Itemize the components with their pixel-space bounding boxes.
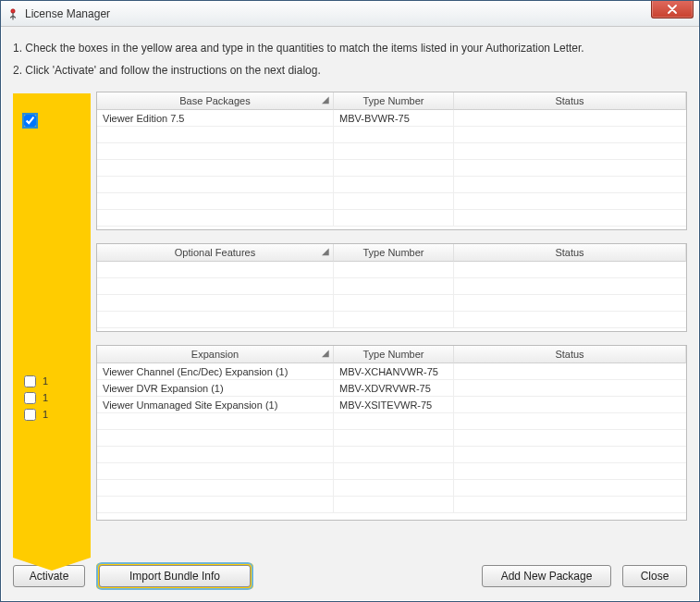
base-packages-table: Base Packages◢ Type Number Status Viewer…	[96, 92, 687, 230]
instruction-line-2: 2. Click 'Activate' and follow the instr…	[13, 64, 687, 77]
instructions: 1. Check the boxes in the yellow area an…	[13, 36, 687, 86]
sort-asc-icon: ◢	[322, 348, 329, 358]
app-icon	[6, 7, 19, 20]
expansion-row-qty: 1	[43, 392, 70, 403]
expansion-row-qty: 1	[43, 375, 70, 387]
cell-status	[454, 380, 686, 397]
cell-status	[454, 397, 686, 413]
cell-status	[454, 110, 686, 127]
cell-status	[454, 363, 686, 380]
instruction-line-1: 1. Check the boxes in the yellow area an…	[13, 42, 687, 55]
expansion-row-checkbox[interactable]	[24, 409, 36, 421]
import-bundle-info-button[interactable]: Import Bundle Info	[99, 565, 251, 587]
sort-asc-icon: ◢	[322, 246, 329, 256]
cell-name: Viewer Channel (Enc/Dec) Expansion (1)	[97, 363, 334, 380]
expansion-select-row: 1	[13, 406, 91, 423]
base-col-header-name[interactable]: Base Packages◢	[97, 92, 334, 110]
optional-col-header-type[interactable]: Type Number	[334, 244, 454, 262]
import-highlight: Import Bundle Info	[96, 563, 253, 589]
add-new-package-button[interactable]: Add New Package	[482, 565, 611, 587]
arrow-down-icon	[13, 558, 91, 571]
selection-column: 1 1 1	[13, 93, 91, 558]
base-select-row	[13, 112, 91, 129]
expansion-col-header-type[interactable]: Type Number	[334, 346, 454, 363]
svg-marker-1	[13, 558, 91, 571]
work-area: 1 1 1	[13, 92, 687, 558]
title-bar: License Manager	[1, 1, 699, 27]
expansion-row-checkbox[interactable]	[24, 375, 36, 387]
license-manager-window: License Manager 1. Check the boxes in th…	[0, 0, 700, 602]
cell-type: MBV-BVWR-75	[334, 110, 454, 127]
expansion-select-row: 1	[13, 389, 91, 406]
optional-features-table: Optional Features◢ Type Number Status	[96, 243, 687, 332]
optional-col-header-name[interactable]: Optional Features◢	[97, 244, 334, 262]
expansion-col-header-name[interactable]: Expansion◢	[97, 346, 334, 363]
expansion-row-qty: 1	[43, 409, 70, 420]
button-bar: Activate Import Bundle Info Add New Pack…	[13, 558, 687, 589]
tables-area: Base Packages◢ Type Number Status Viewer…	[96, 92, 687, 558]
cell-name: Viewer Unmanaged Site Expansion (1)	[97, 397, 334, 413]
close-button[interactable]: Close	[622, 565, 687, 587]
cell-name: Viewer Edition 7.5	[97, 110, 334, 127]
expansion-select-row: 1	[13, 373, 91, 389]
cell-type: MBV-XCHANVWR-75	[334, 363, 454, 380]
content-area: 1. Check the boxes in the yellow area an…	[1, 27, 699, 601]
base-row-checkbox[interactable]	[24, 115, 36, 127]
expansion-table: Expansion◢ Type Number Status Viewer Cha…	[96, 345, 687, 521]
cell-type: MBV-XSITEVWR-75	[334, 397, 454, 413]
expansion-row-checkbox[interactable]	[24, 392, 36, 404]
cell-type: MBV-XDVRVWR-75	[334, 380, 454, 397]
cell-name: Viewer DVR Expansion (1)	[97, 380, 334, 397]
window-close-button[interactable]	[651, 0, 694, 18]
expansion-col-header-status[interactable]: Status	[454, 346, 686, 363]
sort-asc-icon: ◢	[322, 94, 329, 104]
base-col-header-type[interactable]: Type Number	[334, 92, 454, 110]
optional-col-header-status[interactable]: Status	[454, 244, 686, 262]
base-col-header-status[interactable]: Status	[454, 92, 686, 110]
window-title: License Manager	[25, 7, 694, 20]
